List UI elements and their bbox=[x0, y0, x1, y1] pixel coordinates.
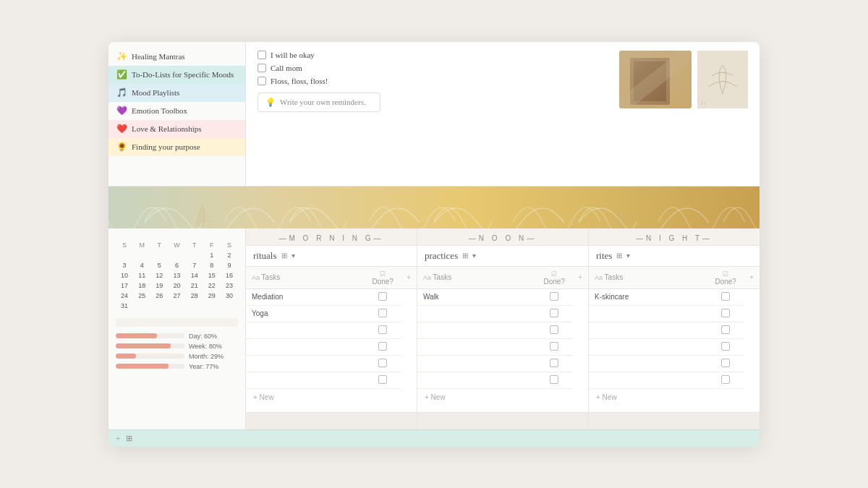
task-checkbox[interactable] bbox=[721, 359, 730, 367]
task-checkbox[interactable] bbox=[721, 375, 730, 384]
task-checkbox[interactable] bbox=[550, 359, 558, 367]
calendar-day[interactable]: 21 bbox=[186, 281, 203, 291]
task-checkbox[interactable] bbox=[378, 375, 387, 384]
task-checkbox[interactable] bbox=[550, 375, 558, 384]
add-icon[interactable]: + bbox=[116, 434, 120, 442]
task-checkbox[interactable] bbox=[550, 309, 558, 317]
task-checkbox[interactable] bbox=[378, 309, 387, 317]
task-done-cell[interactable] bbox=[707, 288, 744, 305]
calendar-day[interactable]: 5 bbox=[150, 260, 168, 270]
calendar-day[interactable]: 9 bbox=[221, 260, 238, 270]
calendar-day[interactable]: 14 bbox=[186, 270, 203, 281]
sidebar-item-mood-playlists[interactable]: 🎵Mood Playlists bbox=[109, 84, 245, 102]
calendar-day[interactable]: 7 bbox=[186, 260, 203, 270]
checklist-checkbox[interactable] bbox=[258, 64, 266, 72]
task-done-cell[interactable] bbox=[707, 305, 744, 322]
sidebar-item-healing-mantras[interactable]: ✨Healing Mantras bbox=[109, 48, 245, 66]
calendar-day[interactable]: 15 bbox=[203, 270, 221, 281]
task-label bbox=[589, 355, 707, 372]
chevron-icon-night[interactable]: ▾ bbox=[626, 252, 630, 260]
calendar-day[interactable]: 23 bbox=[221, 281, 238, 291]
task-checkbox[interactable] bbox=[378, 342, 387, 351]
task-done-cell[interactable] bbox=[707, 322, 744, 338]
sidebar-item-todo-lists[interactable]: ✅To-Do-Lists for Specific Moods bbox=[109, 66, 245, 84]
calendar-day[interactable]: 19 bbox=[150, 281, 168, 291]
calendar-day[interactable]: 24 bbox=[116, 291, 133, 301]
task-done-cell[interactable] bbox=[707, 338, 744, 355]
calendar-day[interactable]: 2 bbox=[221, 250, 238, 260]
calendar-day[interactable]: 22 bbox=[203, 281, 221, 291]
th-add-night[interactable]: + bbox=[744, 267, 760, 289]
calendar-day[interactable]: 31 bbox=[116, 301, 133, 311]
calendar-day[interactable]: 3 bbox=[116, 260, 133, 270]
add-new-morning[interactable]: + New bbox=[246, 389, 417, 406]
task-checkbox[interactable] bbox=[550, 342, 558, 351]
task-done-cell[interactable] bbox=[365, 288, 401, 305]
love-relationships-icon: ❤️ bbox=[116, 124, 127, 134]
add-new-night[interactable]: + New bbox=[589, 389, 760, 406]
task-done-cell[interactable] bbox=[536, 288, 572, 305]
calendar-day[interactable]: 17 bbox=[116, 281, 133, 291]
grid-icon-morning[interactable]: ⊞ bbox=[281, 252, 287, 260]
add-new-noon[interactable]: + New bbox=[417, 389, 588, 406]
task-done-cell[interactable] bbox=[536, 338, 572, 355]
task-checkbox[interactable] bbox=[378, 325, 387, 334]
calendar-day[interactable]: 20 bbox=[168, 281, 185, 291]
sidebar-item-finding-purpose[interactable]: 🌻Finding your purpose bbox=[109, 138, 245, 156]
calendar-day[interactable]: 10 bbox=[116, 270, 133, 281]
task-done-cell[interactable] bbox=[536, 305, 572, 322]
grid-icon-noon[interactable]: ⊞ bbox=[462, 252, 468, 260]
sidebar-item-emotion-toolbox[interactable]: 💜Emotion Toolbox bbox=[109, 102, 245, 120]
calendar-day[interactable]: 6 bbox=[168, 260, 185, 270]
task-checkbox[interactable] bbox=[550, 292, 558, 301]
calendar-day[interactable]: 12 bbox=[150, 270, 168, 281]
task-done-cell[interactable] bbox=[365, 372, 401, 388]
calendar-day[interactable]: 11 bbox=[133, 270, 150, 281]
task-checkbox[interactable] bbox=[378, 292, 387, 301]
task-row bbox=[246, 355, 417, 372]
calendar-day[interactable]: 4 bbox=[133, 260, 150, 270]
task-done-cell[interactable] bbox=[536, 355, 572, 372]
calendar-day[interactable]: 28 bbox=[186, 291, 203, 301]
checklist-checkbox[interactable] bbox=[258, 51, 266, 59]
th-done-night: ☑ Done? bbox=[707, 267, 744, 289]
sidebar-label-love-relationships: Love & Relationships bbox=[132, 124, 202, 133]
th-add-noon[interactable]: + bbox=[572, 267, 588, 289]
calendar-day[interactable]: 13 bbox=[168, 270, 185, 281]
chevron-icon-morning[interactable]: ▾ bbox=[292, 252, 295, 260]
svg-text:/ /: / / bbox=[701, 100, 706, 106]
task-row bbox=[246, 322, 417, 338]
task-done-cell[interactable] bbox=[536, 322, 572, 338]
reminder-area[interactable]: 💡Write your own reminders. bbox=[258, 93, 380, 112]
calendar-day[interactable]: 30 bbox=[221, 291, 238, 301]
chevron-icon-noon[interactable]: ▾ bbox=[472, 252, 476, 260]
calendar-day[interactable]: 18 bbox=[133, 281, 150, 291]
task-done-cell[interactable] bbox=[707, 355, 744, 372]
monthly-template-bar[interactable] bbox=[116, 318, 238, 327]
calendar-day[interactable]: 1 bbox=[203, 250, 221, 260]
task-done-cell[interactable] bbox=[707, 372, 744, 388]
task-checkbox[interactable] bbox=[721, 342, 730, 351]
grid-icon-night[interactable]: ⊞ bbox=[616, 252, 622, 260]
task-checkbox[interactable] bbox=[721, 325, 730, 334]
task-done-cell[interactable] bbox=[365, 338, 401, 355]
calendar-day[interactable]: 25 bbox=[133, 291, 150, 301]
task-done-cell[interactable] bbox=[365, 305, 401, 322]
sidebar-item-love-relationships[interactable]: ❤️Love & Relationships bbox=[109, 120, 245, 138]
calendar-day[interactable]: 26 bbox=[150, 291, 168, 301]
task-checkbox[interactable] bbox=[721, 292, 730, 301]
calendar-day[interactable]: 8 bbox=[203, 260, 221, 270]
grid-icon[interactable]: ⊞ bbox=[126, 434, 132, 443]
task-checkbox[interactable] bbox=[378, 359, 387, 367]
task-done-cell[interactable] bbox=[365, 322, 401, 338]
calendar-day[interactable]: 16 bbox=[221, 270, 238, 281]
calendar-day[interactable]: 27 bbox=[168, 291, 185, 301]
checklist-checkbox[interactable] bbox=[258, 77, 266, 85]
calendar-day[interactable]: 29 bbox=[203, 291, 221, 301]
task-done-cell[interactable] bbox=[536, 372, 572, 388]
th-add-morning[interactable]: + bbox=[401, 267, 417, 289]
task-done-cell[interactable] bbox=[365, 355, 401, 372]
task-checkbox[interactable] bbox=[550, 325, 558, 334]
column-footer-morning bbox=[246, 412, 417, 429]
task-checkbox[interactable] bbox=[721, 309, 730, 317]
